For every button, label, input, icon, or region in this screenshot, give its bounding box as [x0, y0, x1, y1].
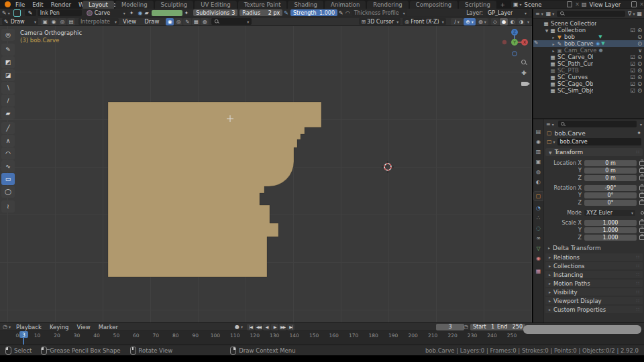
current-frame-field[interactable]: 3 [436, 324, 464, 330]
chevron-down-icon[interactable]: ∨ [638, 48, 642, 54]
drag-handle-icon[interactable]: ∷ [637, 255, 639, 260]
line-tool[interactable]: ╱ [1, 122, 15, 134]
mode-dropdown[interactable]: XYZ Euler▾ [584, 210, 635, 216]
navigation-gizmo[interactable]: Z X Y [502, 29, 528, 56]
lock-icon[interactable] [639, 221, 644, 225]
section-custom-properties[interactable]: ▸Custom Properties∷ [545, 306, 643, 313]
box-tool[interactable]: ▭ [1, 173, 15, 185]
hide-eye-icon[interactable]: ⊙ [637, 27, 642, 34]
proportional-edit-icon[interactable]: ◎ [58, 18, 66, 25]
transform-pivot-dropdown[interactable]: ⊞ 3D Cursor ▾ [359, 18, 400, 25]
new-scene-icon[interactable] [567, 1, 572, 7]
pan-icon[interactable]: ✚ [519, 68, 529, 78]
scene-selector[interactable]: ▣ ▾ Scene × [511, 1, 582, 8]
add-workspace-button[interactable]: + [498, 1, 508, 9]
pin-icon[interactable]: ✦ [637, 130, 641, 136]
lock-icon[interactable] [639, 176, 644, 180]
value-field[interactable]: 0° [584, 200, 637, 206]
outliner-row-sc-sim-objects[interactable]: ▦SC_Sim_Objects☑⊙ [533, 87, 644, 94]
animate-dot[interactable] [641, 211, 644, 215]
lock-icon[interactable] [639, 168, 644, 173]
hide-eye-icon[interactable]: ⊙ [637, 40, 642, 47]
shading-material-button[interactable]: ◐ [508, 18, 517, 25]
editor-type-icon[interactable]: ≡ [535, 11, 540, 17]
jump-to-end-button[interactable]: ▶| [287, 324, 294, 330]
shading-solid-button[interactable]: ● [500, 18, 508, 25]
value-field[interactable]: 1.000 [584, 227, 637, 233]
erase-tool[interactable]: ◪ [1, 69, 15, 81]
grease-pencil-shape[interactable] [108, 102, 321, 277]
properties-tab-physics[interactable]: ◌ [534, 224, 543, 233]
properties-tab-scene[interactable]: ◍ [534, 168, 543, 176]
edit-mode-toggle-icon[interactable]: ◉ [166, 18, 174, 25]
expand-icon[interactable]: ▸ [551, 42, 556, 46]
camera-view-icon[interactable] [519, 78, 529, 89]
exclude-checkbox[interactable]: ☑ [631, 81, 635, 87]
tab-rendering[interactable]: Rendering [367, 1, 408, 9]
play-button[interactable]: ▶ [271, 324, 278, 330]
tab-layout[interactable]: Layout [83, 1, 114, 9]
blender-logo-icon[interactable] [5, 1, 11, 7]
shading-wireframe-button[interactable]: ◇ [491, 18, 499, 25]
lock-icon[interactable] [639, 161, 644, 166]
view-menu[interactable]: View [123, 18, 136, 25]
mode-dropdown[interactable]: ✎ Draw ▾ [2, 18, 38, 25]
outliner-search-input[interactable] [557, 11, 625, 17]
circle-tool[interactable]: ◯ [1, 186, 15, 198]
value-field[interactable]: 1.000 [584, 235, 637, 241]
timeline-menu-marker[interactable]: Marker [99, 324, 118, 330]
jump-to-prev-keyframe-button[interactable]: ◀◀ [255, 324, 262, 330]
drag-handle-icon[interactable]: ∷ [637, 272, 639, 278]
exclude-checkbox[interactable]: ☑ [631, 61, 635, 67]
outliner-row-sc-cage-objects[interactable]: ▦SC_Cage_Objects☑⊙ [533, 80, 644, 87]
expand-icon[interactable]: ▸ [551, 48, 556, 53]
hide-eye-icon[interactable]: ⊙ [637, 80, 642, 87]
brush-name-field[interactable]: Ink Pen [38, 9, 82, 16]
filter-icon[interactable]: ∇ [628, 11, 631, 17]
value-field[interactable]: 0 m [584, 175, 637, 181]
lock-icon[interactable] [639, 193, 644, 198]
hide-eye-icon[interactable]: ⊙ [637, 67, 642, 74]
draw-menu[interactable]: Draw [144, 18, 159, 25]
tab-animation[interactable]: Animation [325, 1, 366, 9]
new-view-layer-icon[interactable] [631, 1, 637, 7]
outliner-row-cam-carve[interactable]: ▸▣Cam_Carve●∨ [533, 47, 644, 54]
gizmos-toggle[interactable]: ⊕ ▾ [464, 18, 476, 25]
material-mode-icon[interactable]: ◉ [138, 10, 142, 16]
hide-eye-icon[interactable]: ⊙ [637, 54, 642, 60]
section-instancing[interactable]: ▸Instancing∷ [545, 271, 643, 278]
jump-to-next-keyframe-button[interactable]: ▶▶ [279, 324, 286, 330]
tab-sculpting[interactable]: Sculpting [155, 1, 194, 9]
drag-handle-icon[interactable]: ∷ [637, 281, 639, 286]
properties-tab-material[interactable]: ◉ [534, 254, 543, 263]
properties-tab-object[interactable]: ▢ [534, 192, 543, 200]
sculpt-mask-icon[interactable]: ◎ [174, 18, 182, 25]
drag-handle-icon[interactable]: ∷ [637, 290, 639, 295]
vertex-color-mode-icon[interactable]: ▰ [144, 10, 148, 16]
strength-pressure-icon[interactable]: ✎ [339, 10, 343, 16]
menu-render[interactable]: Render [51, 1, 71, 8]
search-input[interactable]: ▾ [211, 18, 252, 25]
brush-preview-icon[interactable] [13, 9, 21, 17]
properties-tab-object-data[interactable]: ▽ [534, 244, 543, 253]
drag-handle-icon[interactable]: ∷ [637, 263, 639, 269]
tab-modeling[interactable]: Modeling [115, 1, 154, 9]
drag-handle-icon[interactable]: ∷ [637, 307, 639, 312]
frame-start-field[interactable]: Start 1 [470, 324, 497, 330]
tint-tool[interactable]: ▰ [1, 107, 15, 119]
outliner-row-sc-carve-objects[interactable]: ▦SC_Carve_Objects☑⊙ [533, 54, 644, 60]
value-field[interactable]: 0° [584, 192, 637, 198]
outliner-row-collection[interactable]: ▼▦Collection☑⊙ [533, 27, 644, 34]
layer-dropdown[interactable]: GP_Layer ▾ [486, 9, 529, 16]
outliner-row-scene-collection[interactable]: ▦Scene Collection [533, 20, 644, 27]
falloff-curve-icon[interactable]: ◠ [345, 10, 350, 16]
object-name-field[interactable]: bob.Carve [557, 138, 641, 145]
hide-eye-icon[interactable]: ⊙ [637, 34, 642, 40]
outliner-row-sc-path-curves[interactable]: ▦SC_Path_Curves☑⊙ [533, 60, 644, 67]
arc-tool[interactable]: ◠ [1, 147, 15, 160]
interpolate-dropdown[interactable]: Interpolate ▾ [78, 18, 119, 25]
playhead[interactable]: 3 [19, 331, 28, 338]
zoom-icon[interactable] [519, 57, 529, 68]
select-circle-tool[interactable]: ◎ [1, 29, 15, 41]
properties-tab-constraints[interactable]: ∞ [534, 234, 543, 243]
